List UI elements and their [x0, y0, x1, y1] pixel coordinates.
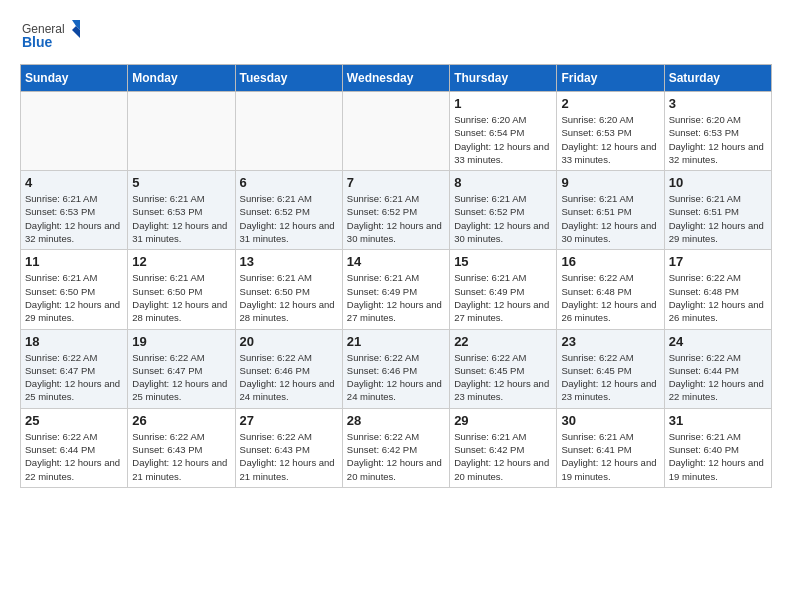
day-info: Sunrise: 6:20 AM Sunset: 6:54 PM Dayligh… [454, 113, 552, 166]
day-number: 22 [454, 334, 552, 349]
day-number: 6 [240, 175, 338, 190]
day-info: Sunrise: 6:21 AM Sunset: 6:40 PM Dayligh… [669, 430, 767, 483]
calendar-cell [342, 92, 449, 171]
calendar-cell: 31Sunrise: 6:21 AM Sunset: 6:40 PM Dayli… [664, 408, 771, 487]
page-container: General Blue SundayMondayTuesdayWednesda… [0, 0, 792, 504]
day-info: Sunrise: 6:22 AM Sunset: 6:48 PM Dayligh… [669, 271, 767, 324]
day-number: 23 [561, 334, 659, 349]
calendar-cell: 28Sunrise: 6:22 AM Sunset: 6:42 PM Dayli… [342, 408, 449, 487]
calendar-cell: 17Sunrise: 6:22 AM Sunset: 6:48 PM Dayli… [664, 250, 771, 329]
day-number: 17 [669, 254, 767, 269]
logo-icon: General Blue [20, 16, 80, 56]
calendar-cell: 21Sunrise: 6:22 AM Sunset: 6:46 PM Dayli… [342, 329, 449, 408]
day-info: Sunrise: 6:22 AM Sunset: 6:48 PM Dayligh… [561, 271, 659, 324]
day-info: Sunrise: 6:22 AM Sunset: 6:44 PM Dayligh… [25, 430, 123, 483]
day-number: 13 [240, 254, 338, 269]
day-number: 4 [25, 175, 123, 190]
calendar-cell: 26Sunrise: 6:22 AM Sunset: 6:43 PM Dayli… [128, 408, 235, 487]
day-info: Sunrise: 6:21 AM Sunset: 6:53 PM Dayligh… [25, 192, 123, 245]
calendar-cell: 3Sunrise: 6:20 AM Sunset: 6:53 PM Daylig… [664, 92, 771, 171]
logo: General Blue [20, 16, 80, 56]
calendar-cell: 11Sunrise: 6:21 AM Sunset: 6:50 PM Dayli… [21, 250, 128, 329]
day-number: 2 [561, 96, 659, 111]
day-info: Sunrise: 6:22 AM Sunset: 6:47 PM Dayligh… [132, 351, 230, 404]
calendar-cell: 15Sunrise: 6:21 AM Sunset: 6:49 PM Dayli… [450, 250, 557, 329]
weekday-header-friday: Friday [557, 65, 664, 92]
day-info: Sunrise: 6:21 AM Sunset: 6:53 PM Dayligh… [132, 192, 230, 245]
day-number: 8 [454, 175, 552, 190]
day-number: 30 [561, 413, 659, 428]
day-info: Sunrise: 6:20 AM Sunset: 6:53 PM Dayligh… [561, 113, 659, 166]
calendar-cell: 12Sunrise: 6:21 AM Sunset: 6:50 PM Dayli… [128, 250, 235, 329]
day-info: Sunrise: 6:22 AM Sunset: 6:43 PM Dayligh… [132, 430, 230, 483]
day-info: Sunrise: 6:21 AM Sunset: 6:50 PM Dayligh… [240, 271, 338, 324]
calendar-cell: 2Sunrise: 6:20 AM Sunset: 6:53 PM Daylig… [557, 92, 664, 171]
day-info: Sunrise: 6:20 AM Sunset: 6:53 PM Dayligh… [669, 113, 767, 166]
day-number: 3 [669, 96, 767, 111]
day-number: 14 [347, 254, 445, 269]
day-number: 28 [347, 413, 445, 428]
day-number: 29 [454, 413, 552, 428]
day-number: 11 [25, 254, 123, 269]
calendar-cell: 25Sunrise: 6:22 AM Sunset: 6:44 PM Dayli… [21, 408, 128, 487]
day-info: Sunrise: 6:22 AM Sunset: 6:44 PM Dayligh… [669, 351, 767, 404]
calendar-cell: 4Sunrise: 6:21 AM Sunset: 6:53 PM Daylig… [21, 171, 128, 250]
calendar-cell: 7Sunrise: 6:21 AM Sunset: 6:52 PM Daylig… [342, 171, 449, 250]
weekday-header-monday: Monday [128, 65, 235, 92]
day-info: Sunrise: 6:21 AM Sunset: 6:51 PM Dayligh… [669, 192, 767, 245]
day-number: 20 [240, 334, 338, 349]
calendar-week-2: 4Sunrise: 6:21 AM Sunset: 6:53 PM Daylig… [21, 171, 772, 250]
day-info: Sunrise: 6:21 AM Sunset: 6:51 PM Dayligh… [561, 192, 659, 245]
day-info: Sunrise: 6:21 AM Sunset: 6:52 PM Dayligh… [240, 192, 338, 245]
calendar-cell: 9Sunrise: 6:21 AM Sunset: 6:51 PM Daylig… [557, 171, 664, 250]
calendar-cell: 24Sunrise: 6:22 AM Sunset: 6:44 PM Dayli… [664, 329, 771, 408]
weekday-header-saturday: Saturday [664, 65, 771, 92]
calendar-week-5: 25Sunrise: 6:22 AM Sunset: 6:44 PM Dayli… [21, 408, 772, 487]
day-info: Sunrise: 6:22 AM Sunset: 6:43 PM Dayligh… [240, 430, 338, 483]
calendar-cell: 1Sunrise: 6:20 AM Sunset: 6:54 PM Daylig… [450, 92, 557, 171]
weekday-header-wednesday: Wednesday [342, 65, 449, 92]
weekday-header-sunday: Sunday [21, 65, 128, 92]
calendar-week-3: 11Sunrise: 6:21 AM Sunset: 6:50 PM Dayli… [21, 250, 772, 329]
day-info: Sunrise: 6:21 AM Sunset: 6:41 PM Dayligh… [561, 430, 659, 483]
calendar-cell: 20Sunrise: 6:22 AM Sunset: 6:46 PM Dayli… [235, 329, 342, 408]
day-number: 7 [347, 175, 445, 190]
day-info: Sunrise: 6:21 AM Sunset: 6:50 PM Dayligh… [132, 271, 230, 324]
day-info: Sunrise: 6:21 AM Sunset: 6:49 PM Dayligh… [454, 271, 552, 324]
calendar-table: SundayMondayTuesdayWednesdayThursdayFrid… [20, 64, 772, 488]
day-number: 16 [561, 254, 659, 269]
calendar-cell: 6Sunrise: 6:21 AM Sunset: 6:52 PM Daylig… [235, 171, 342, 250]
calendar-week-1: 1Sunrise: 6:20 AM Sunset: 6:54 PM Daylig… [21, 92, 772, 171]
day-number: 27 [240, 413, 338, 428]
calendar-cell [235, 92, 342, 171]
calendar-cell: 19Sunrise: 6:22 AM Sunset: 6:47 PM Dayli… [128, 329, 235, 408]
weekday-header-thursday: Thursday [450, 65, 557, 92]
day-number: 25 [25, 413, 123, 428]
day-number: 15 [454, 254, 552, 269]
day-info: Sunrise: 6:21 AM Sunset: 6:42 PM Dayligh… [454, 430, 552, 483]
day-number: 21 [347, 334, 445, 349]
calendar-cell: 30Sunrise: 6:21 AM Sunset: 6:41 PM Dayli… [557, 408, 664, 487]
day-number: 1 [454, 96, 552, 111]
weekday-header-tuesday: Tuesday [235, 65, 342, 92]
calendar-cell: 13Sunrise: 6:21 AM Sunset: 6:50 PM Dayli… [235, 250, 342, 329]
day-number: 31 [669, 413, 767, 428]
day-info: Sunrise: 6:21 AM Sunset: 6:49 PM Dayligh… [347, 271, 445, 324]
calendar-cell: 23Sunrise: 6:22 AM Sunset: 6:45 PM Dayli… [557, 329, 664, 408]
calendar-week-4: 18Sunrise: 6:22 AM Sunset: 6:47 PM Dayli… [21, 329, 772, 408]
day-number: 10 [669, 175, 767, 190]
day-number: 9 [561, 175, 659, 190]
calendar-cell: 27Sunrise: 6:22 AM Sunset: 6:43 PM Dayli… [235, 408, 342, 487]
calendar-cell: 18Sunrise: 6:22 AM Sunset: 6:47 PM Dayli… [21, 329, 128, 408]
day-info: Sunrise: 6:22 AM Sunset: 6:42 PM Dayligh… [347, 430, 445, 483]
day-info: Sunrise: 6:21 AM Sunset: 6:52 PM Dayligh… [347, 192, 445, 245]
calendar-cell: 5Sunrise: 6:21 AM Sunset: 6:53 PM Daylig… [128, 171, 235, 250]
weekday-header-row: SundayMondayTuesdayWednesdayThursdayFrid… [21, 65, 772, 92]
day-info: Sunrise: 6:21 AM Sunset: 6:50 PM Dayligh… [25, 271, 123, 324]
header: General Blue [20, 16, 772, 56]
day-number: 26 [132, 413, 230, 428]
day-info: Sunrise: 6:22 AM Sunset: 6:46 PM Dayligh… [240, 351, 338, 404]
day-number: 19 [132, 334, 230, 349]
calendar-cell: 8Sunrise: 6:21 AM Sunset: 6:52 PM Daylig… [450, 171, 557, 250]
day-info: Sunrise: 6:22 AM Sunset: 6:45 PM Dayligh… [561, 351, 659, 404]
